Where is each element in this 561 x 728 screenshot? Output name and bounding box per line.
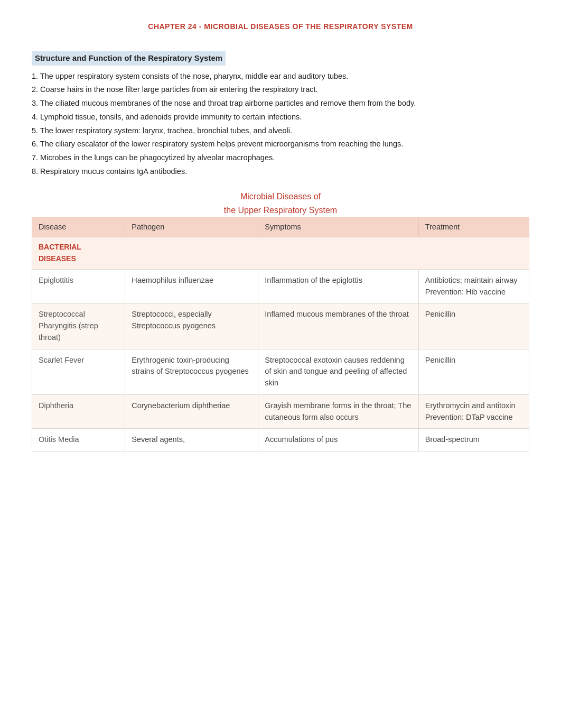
list-item: 1. The upper respiratory system consists…: [32, 71, 529, 82]
symptoms-strep: Inflamed mucous membranes of the throat: [258, 303, 418, 349]
col-header-symptoms: Symptoms: [258, 217, 418, 237]
bacterial-diseases-row: BACTERIALDISEASES: [32, 237, 529, 270]
table-row: Otitis Media Several agents, Accumulatio…: [32, 429, 529, 451]
list-item: 5. The lower respiratory system: larynx,…: [32, 125, 529, 137]
symptoms-diphtheria: Grayish membrane forms in the throat; Th…: [258, 394, 418, 429]
list-item: 7. Microbes in the lungs can be phagocyt…: [32, 152, 529, 164]
chapter-title: CHAPTER 24 - MICROBIAL DISEASES OF THE R…: [32, 21, 529, 32]
table-row: Epiglottitis Haemophilus influenzae Infl…: [32, 269, 529, 303]
symptoms-epiglottitis: Inflammation of the epiglottis: [258, 269, 418, 303]
diseases-table: Disease Pathogen Symptoms Treatment BACT…: [32, 217, 529, 452]
pathogen-strep: Streptococci, especially Streptococcus p…: [125, 303, 258, 349]
disease-strep: Streptococcal Pharyngitis (strep throat): [32, 303, 125, 349]
list-item: 6. The ciliary escalator of the lower re…: [32, 139, 529, 150]
numbered-list: 1. The upper respiratory system consists…: [32, 71, 529, 178]
table-header-row: Disease Pathogen Symptoms Treatment: [32, 217, 529, 237]
pathogen-diphtheria: Corynebacterium diphtheriae: [125, 394, 258, 429]
pathogen-otitis: Several agents,: [125, 429, 258, 451]
pathogen-epiglottitis: Haemophilus influenzae: [125, 269, 258, 303]
disease-otitis: Otitis Media: [32, 429, 125, 451]
treatment-scarlet: Penicillin: [418, 349, 529, 394]
list-item: 8. Respiratory mucus contains IgA antibo…: [32, 166, 529, 178]
col-header-disease: Disease: [32, 217, 125, 237]
table-section: Microbial Diseases of the Upper Respirat…: [32, 190, 529, 452]
table-row: Scarlet Fever Erythrogenic toxin-produci…: [32, 349, 529, 394]
treatment-strep: Penicillin: [418, 303, 529, 349]
disease-scarlet: Scarlet Fever: [32, 349, 125, 394]
treatment-epiglottitis: Antibiotics; maintain airway Prevention:…: [418, 269, 529, 303]
list-item: 3. The ciliated mucous membranes of the …: [32, 98, 529, 109]
disease-epiglottitis: Epiglottitis: [32, 269, 125, 303]
table-title-line2: the Upper Respiratory System: [32, 204, 529, 217]
table-row: Streptococcal Pharyngitis (strep throat)…: [32, 303, 529, 349]
symptoms-scarlet: Streptococcal exotoxin causes reddening …: [258, 349, 418, 394]
list-item: 4. Lymphoid tissue, tonsils, and adenoid…: [32, 112, 529, 123]
table-row: Diphtheria Corynebacterium diphtheriae G…: [32, 394, 529, 429]
section-heading: Structure and Function of the Respirator…: [32, 51, 226, 66]
treatment-otitis: Broad-spectrum: [418, 429, 529, 451]
col-header-treatment: Treatment: [418, 217, 529, 237]
disease-diphtheria: Diphtheria: [32, 394, 125, 429]
symptoms-otitis: Accumulations of pus: [258, 429, 418, 451]
treatment-diphtheria: Erythromycin and antitoxin Prevention: D…: [418, 394, 529, 429]
list-item: 2. Coarse hairs in the nose filter large…: [32, 84, 529, 96]
col-header-pathogen: Pathogen: [125, 217, 258, 237]
section-heading-wrapper: Structure and Function of the Respirator…: [32, 51, 529, 71]
bacterial-diseases-label: BACTERIALDISEASES: [32, 237, 529, 270]
table-title-line1: Microbial Diseases of: [32, 190, 529, 203]
pathogen-scarlet: Erythrogenic toxin-producing strains of …: [125, 349, 258, 394]
